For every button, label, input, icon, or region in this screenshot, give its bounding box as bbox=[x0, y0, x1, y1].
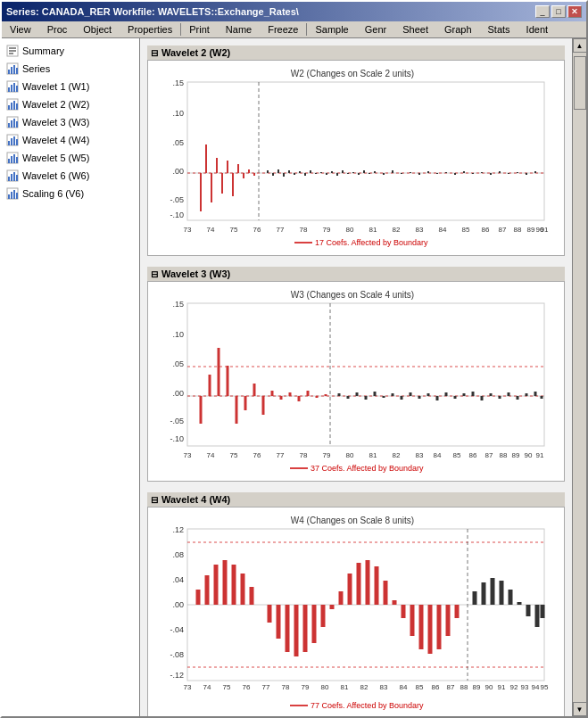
menu-properties[interactable]: Properties bbox=[120, 21, 180, 37]
svg-text:81: 81 bbox=[369, 451, 377, 459]
svg-text:75: 75 bbox=[230, 226, 238, 234]
svg-text:78: 78 bbox=[300, 451, 308, 459]
svg-text:86: 86 bbox=[469, 451, 477, 459]
svg-text:84: 84 bbox=[434, 451, 442, 459]
svg-text:.15: .15 bbox=[172, 300, 184, 309]
sidebar-item-w6[interactable]: Wavelet 6 (W6) bbox=[2, 167, 139, 185]
collapse-icon-w4: ⊟ bbox=[151, 495, 158, 505]
menu-view[interactable]: View bbox=[2, 21, 39, 37]
chart-svg-w4: W4 (Changes on Scale 8 units) .12 .08 .0… bbox=[152, 511, 553, 716]
menu-sample[interactable]: Sample bbox=[307, 21, 356, 37]
svg-text:90: 90 bbox=[485, 683, 493, 691]
svg-text:W4 (Changes on Scale 8 units): W4 (Changes on Scale 8 units) bbox=[291, 516, 414, 525]
sidebar-item-v6[interactable]: Scaling 6 (V6) bbox=[2, 185, 139, 202]
scroll-up-button[interactable]: ▲ bbox=[573, 38, 587, 53]
svg-text:79: 79 bbox=[323, 226, 331, 234]
svg-text:77: 77 bbox=[277, 226, 285, 234]
svg-rect-33 bbox=[16, 157, 18, 163]
sidebar-item-w4[interactable]: Wavelet 4 (W4) bbox=[2, 131, 139, 149]
svg-text:.04: .04 bbox=[172, 575, 184, 584]
svg-rect-8 bbox=[16, 68, 18, 74]
sidebar-item-w1[interactable]: Wavelet 1 (W1) bbox=[2, 78, 139, 95]
svg-text:73: 73 bbox=[184, 683, 192, 691]
svg-text:-.04: -.04 bbox=[170, 625, 184, 634]
sidebar-item-w5[interactable]: Wavelet 5 (W5) bbox=[2, 149, 139, 167]
chart-header-w2[interactable]: ⊟ Wavelet 2 (W2) bbox=[147, 45, 565, 60]
svg-rect-16 bbox=[11, 103, 12, 110]
svg-text:74: 74 bbox=[207, 451, 215, 459]
sidebar-item-series[interactable]: Series bbox=[2, 60, 139, 78]
series-icon bbox=[5, 62, 20, 76]
menu-object[interactable]: Object bbox=[75, 21, 120, 37]
svg-text:.05: .05 bbox=[172, 138, 184, 147]
menu-bar: View Proc Object Properties Print Name F… bbox=[2, 21, 586, 38]
main-window: Series: CANADA_RER Workfile: WAVELETS::E… bbox=[0, 0, 588, 718]
chart-svg-w2: W2 (Changes on Scale 2 units) .15 .10 .0… bbox=[152, 64, 553, 252]
title-bar: Series: CANADA_RER Workfile: WAVELETS::E… bbox=[2, 2, 586, 21]
svg-rect-5 bbox=[8, 70, 10, 74]
svg-text:89: 89 bbox=[527, 226, 535, 234]
svg-text:86: 86 bbox=[432, 683, 440, 691]
svg-text:.00: .00 bbox=[172, 389, 184, 398]
v6-icon bbox=[5, 186, 20, 201]
menu-name[interactable]: Name bbox=[218, 21, 260, 37]
w5-icon bbox=[5, 151, 20, 165]
svg-text:73: 73 bbox=[184, 226, 192, 234]
sidebar-item-summary[interactable]: Summary bbox=[2, 42, 139, 60]
menu-genr[interactable]: Genr bbox=[357, 21, 394, 37]
svg-text:-.10: -.10 bbox=[170, 210, 184, 219]
scrollbar: ▲ ▼ bbox=[572, 38, 586, 716]
svg-text:91: 91 bbox=[541, 226, 549, 234]
menu-ident[interactable]: Ident bbox=[518, 21, 556, 37]
collapse-icon-w3: ⊟ bbox=[151, 269, 158, 279]
svg-text:84: 84 bbox=[400, 683, 408, 691]
svg-rect-25 bbox=[8, 141, 10, 145]
scroll-down-button[interactable]: ▼ bbox=[573, 702, 587, 716]
menu-freeze[interactable]: Freeze bbox=[260, 21, 306, 37]
sidebar-item-w2[interactable]: Wavelet 2 (W2) bbox=[2, 95, 139, 113]
menu-print[interactable]: Print bbox=[181, 21, 218, 37]
chart-header-w4[interactable]: ⊟ Wavelet 4 (W4) bbox=[147, 492, 565, 507]
sidebar-item-w3[interactable]: Wavelet 3 (W3) bbox=[2, 113, 139, 131]
close-button[interactable]: ✕ bbox=[567, 5, 582, 18]
svg-text:85: 85 bbox=[453, 451, 461, 459]
svg-rect-10 bbox=[8, 87, 10, 92]
menu-sheet[interactable]: Sheet bbox=[394, 21, 436, 37]
svg-text:.00: .00 bbox=[172, 167, 184, 176]
menu-stats[interactable]: Stats bbox=[480, 21, 518, 37]
w2-icon bbox=[5, 97, 20, 111]
sidebar-label-v6: Scaling 6 (V6) bbox=[22, 188, 84, 199]
svg-text:.08: .08 bbox=[172, 550, 184, 559]
svg-text:77: 77 bbox=[277, 451, 285, 459]
svg-text:76: 76 bbox=[243, 683, 251, 691]
chart-title-w4: Wavelet 4 (W4) bbox=[161, 494, 230, 505]
svg-rect-30 bbox=[8, 159, 10, 163]
maximize-button[interactable]: □ bbox=[551, 5, 566, 18]
svg-rect-7 bbox=[13, 65, 15, 74]
svg-rect-21 bbox=[11, 120, 12, 128]
chart-svg-w3: W3 (Changes on Scale 4 units) .15 .10 .0… bbox=[152, 285, 553, 477]
summary-icon bbox=[5, 44, 20, 58]
chart-section-w4: ⊟ Wavelet 4 (W4) W4 (Changes on Scale 8 … bbox=[147, 492, 565, 716]
sidebar-label-w5: Wavelet 5 (W5) bbox=[22, 153, 89, 163]
svg-text:74: 74 bbox=[203, 683, 211, 691]
minimize-button[interactable]: _ bbox=[535, 5, 550, 18]
menu-graph[interactable]: Graph bbox=[436, 21, 480, 37]
svg-text:88: 88 bbox=[500, 451, 508, 459]
svg-rect-36 bbox=[11, 174, 12, 181]
scroll-thumb[interactable] bbox=[574, 56, 586, 110]
svg-rect-46 bbox=[187, 82, 544, 220]
svg-text:73: 73 bbox=[184, 451, 192, 459]
svg-rect-32 bbox=[13, 154, 15, 163]
svg-rect-22 bbox=[13, 119, 15, 128]
svg-rect-23 bbox=[16, 121, 18, 128]
sidebar-label-w4: Wavelet 4 (W4) bbox=[22, 135, 89, 145]
chart-header-w3[interactable]: ⊟ Wavelet 3 (W3) bbox=[147, 267, 565, 281]
svg-text:79: 79 bbox=[323, 451, 331, 459]
chart-title-w3: Wavelet 3 (W3) bbox=[161, 268, 230, 279]
collapse-icon-w2: ⊟ bbox=[151, 48, 158, 58]
svg-rect-13 bbox=[16, 86, 18, 92]
menu-proc[interactable]: Proc bbox=[39, 21, 76, 37]
svg-text:37 Coefs. Affected by Boundary: 37 Coefs. Affected by Boundary bbox=[311, 464, 424, 473]
svg-rect-40 bbox=[8, 194, 10, 199]
